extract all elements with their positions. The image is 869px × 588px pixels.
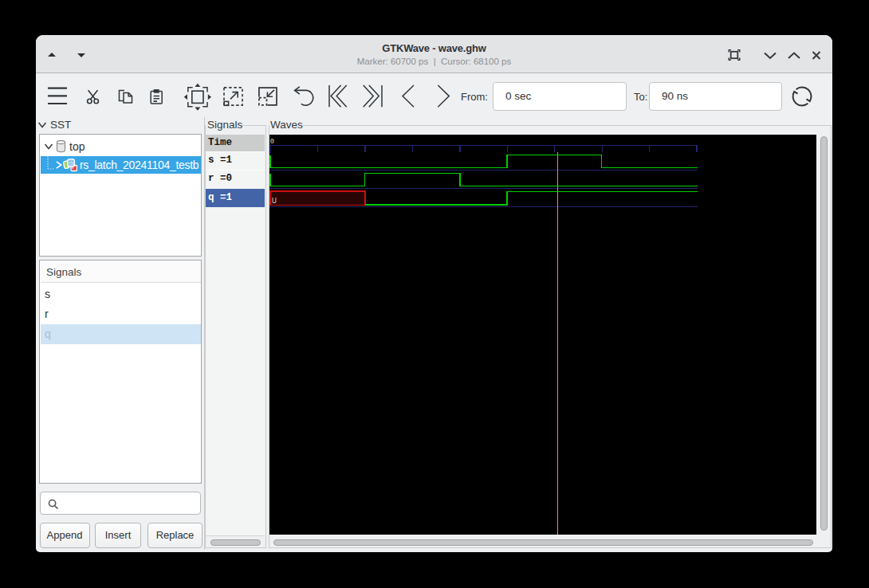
svg-text:U: U [272,196,277,206]
svg-text:0: 0 [270,137,275,146]
